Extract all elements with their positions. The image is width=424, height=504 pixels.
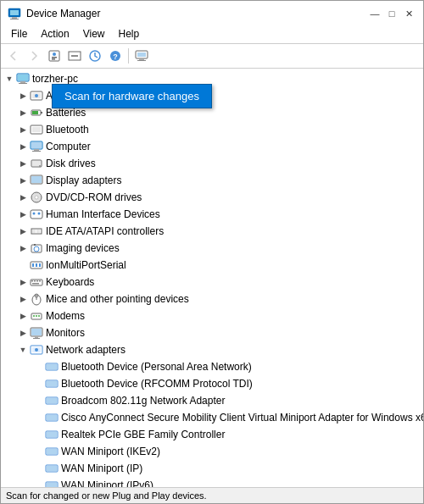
status-text: Scan for changed or new Plug and Play de…: [6, 490, 207, 501]
tree-item-net8[interactable]: ▶ WAN Miniport (IPv6): [1, 477, 423, 487]
back-button[interactable]: [4, 47, 23, 65]
window-title: Device Manager: [26, 8, 100, 19]
ide-icon: [30, 224, 43, 238]
expander-keyboards[interactable]: ▶: [16, 275, 30, 289]
svg-point-63: [33, 315, 35, 317]
svg-rect-34: [32, 161, 41, 166]
svg-rect-31: [34, 149, 39, 151]
net4-label: Cisco AnyConnect Secure Mobility Client …: [61, 412, 423, 424]
expander-modems[interactable]: ▶: [16, 309, 30, 323]
audio-icon: [30, 89, 43, 102]
svg-point-5: [53, 53, 56, 56]
svg-rect-56: [36, 280, 38, 282]
expander-monitors[interactable]: ▶: [16, 326, 30, 340]
minimize-button[interactable]: —: [367, 6, 382, 21]
menu-view[interactable]: View: [76, 26, 112, 42]
net2-icon: [45, 377, 59, 390]
svg-rect-57: [39, 280, 41, 282]
disk-label: Disk drives: [46, 158, 96, 169]
menu-action[interactable]: Action: [34, 26, 75, 42]
tree-item-monitors[interactable]: ▶ Monitors: [1, 324, 423, 341]
tree-item-imaging[interactable]: ▶ Imaging devices: [1, 240, 423, 257]
tree-item-ide[interactable]: ▶ IDE ATA/ATAPI controllers: [1, 223, 423, 240]
menu-file[interactable]: File: [4, 26, 34, 42]
svg-rect-55: [34, 280, 36, 282]
tree-item-mice[interactable]: ▶ Mice and other pointing devices: [1, 291, 423, 307]
root-label: torzher-pc: [32, 73, 78, 85]
computer-icon2: [30, 140, 43, 153]
svg-rect-86: [47, 466, 57, 471]
tree-item-modems[interactable]: ▶ Modems: [1, 307, 423, 324]
net6-icon: [45, 445, 59, 458]
net4-icon: [45, 411, 59, 424]
svg-point-39: [35, 196, 38, 199]
svg-point-65: [38, 315, 40, 317]
tree-item-computer[interactable]: ▶ Computer: [1, 138, 423, 155]
tree-item-display[interactable]: ▶ Display adapters: [1, 172, 423, 189]
net8-icon: [45, 479, 59, 487]
net7-icon: [45, 462, 59, 475]
svg-rect-7: [52, 58, 55, 60]
tooltip-popup: Scan for hardware changes: [52, 84, 212, 108]
properties-button[interactable]: [45, 47, 64, 65]
expander-mice[interactable]: ▶: [16, 292, 30, 306]
expander-hid[interactable]: ▶: [16, 208, 30, 221]
monitors-icon: [30, 326, 43, 340]
tree-item-hid[interactable]: ▶ Human Interface Devices: [1, 206, 423, 223]
net3-icon: [45, 394, 59, 407]
expander-audio[interactable]: ▶: [16, 89, 30, 102]
tree-item-net4[interactable]: ▶ Cisco AnyConnect Secure Mobility Clien…: [1, 409, 423, 426]
svg-rect-25: [41, 112, 42, 114]
scan-button[interactable]: [86, 47, 104, 65]
expander-disk[interactable]: ▶: [16, 157, 30, 170]
menu-help[interactable]: Help: [112, 26, 147, 42]
tree-item-net6[interactable]: ▶ WAN Miniport (IKEv2): [1, 443, 423, 460]
forward-button[interactable]: [25, 47, 43, 65]
collapse-button[interactable]: [65, 47, 84, 65]
net6-label: WAN Miniport (IKEv2): [61, 446, 160, 457]
bluetooth-label: Bluetooth: [46, 124, 89, 136]
tree-item-net3[interactable]: ▶ Broadcom 802.11g Network Adapter: [1, 392, 423, 409]
net5-icon: [45, 428, 59, 441]
device-manager-button[interactable]: [132, 47, 151, 65]
tree-item-network[interactable]: ▼ Network adapters: [1, 341, 423, 358]
ion-label: IonMultiPortSerial: [46, 259, 126, 271]
expander-imaging[interactable]: ▶: [16, 241, 30, 255]
close-button[interactable]: ✕: [401, 6, 416, 21]
tree-item-net2[interactable]: ▶ Bluetooth Device (RFCOMM Protocol TDI): [1, 375, 423, 392]
tree-item-net7[interactable]: ▶ WAN Miniport (IP): [1, 460, 423, 477]
batteries-label: Batteries: [46, 107, 86, 119]
tree-item-bluetooth[interactable]: ▶ Bluetooth: [1, 121, 423, 138]
modems-icon: [30, 309, 43, 323]
device-manager-window: Device Manager — □ ✕ File Action View He…: [0, 0, 424, 504]
svg-rect-26: [32, 111, 38, 114]
help-button[interactable]: ?: [106, 47, 125, 65]
display-icon: [30, 174, 43, 187]
maximize-button[interactable]: □: [384, 6, 399, 21]
batteries-icon: [30, 106, 43, 119]
tree-item-dvd[interactable]: ▶ DVD/CD-ROM drives: [1, 189, 423, 206]
expander-computer[interactable]: ▶: [16, 140, 30, 153]
expander-batteries[interactable]: ▶: [16, 106, 30, 119]
tree-item-ion[interactable]: ▶ IonMultiPortSerial: [1, 257, 423, 274]
expander-bluetooth[interactable]: ▶: [16, 123, 30, 136]
tree-item-net1[interactable]: ▶ Bluetooth Device (Personal Area Networ…: [1, 358, 423, 375]
tree-item-keyboards[interactable]: ▶ Keyboards: [1, 274, 423, 291]
svg-rect-58: [32, 283, 39, 285]
hid-icon: [30, 208, 43, 221]
expander-dvd[interactable]: ▶: [16, 191, 30, 204]
svg-rect-2: [12, 17, 17, 19]
expander-ide[interactable]: ▶: [16, 224, 30, 238]
svg-point-23: [35, 94, 38, 97]
svg-rect-78: [47, 398, 57, 403]
window-controls: — □ ✕: [367, 6, 416, 21]
expander-network[interactable]: ▼: [16, 343, 30, 357]
svg-rect-3: [10, 19, 19, 19]
toolbar-separator: [128, 48, 129, 64]
expander-root[interactable]: ▼: [3, 72, 16, 86]
tree-item-disk[interactable]: ▶ Disk drives: [1, 155, 423, 172]
tree-item-net5[interactable]: ▶ Realtek PCIe GBE Family Controller: [1, 426, 423, 443]
expander-display[interactable]: ▶: [16, 174, 30, 187]
net5-label: Realtek PCIe GBE Family Controller: [61, 429, 225, 440]
tree-area[interactable]: Scan for hardware changes ▼ torzher-pc ▶…: [1, 69, 423, 487]
